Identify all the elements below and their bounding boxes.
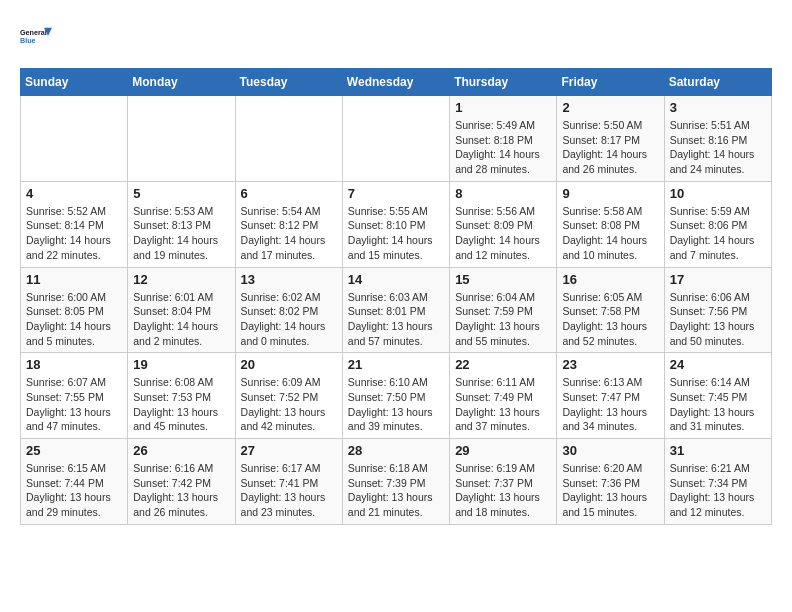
day-info: Sunrise: 5:54 AM Sunset: 8:12 PM Dayligh…	[241, 204, 337, 263]
calendar-cell: 31Sunrise: 6:21 AM Sunset: 7:34 PM Dayli…	[664, 439, 771, 525]
calendar-cell	[128, 96, 235, 182]
calendar-cell: 18Sunrise: 6:07 AM Sunset: 7:55 PM Dayli…	[21, 353, 128, 439]
day-number: 26	[133, 443, 229, 458]
day-info: Sunrise: 5:51 AM Sunset: 8:16 PM Dayligh…	[670, 118, 766, 177]
calendar-cell: 3Sunrise: 5:51 AM Sunset: 8:16 PM Daylig…	[664, 96, 771, 182]
calendar-cell: 22Sunrise: 6:11 AM Sunset: 7:49 PM Dayli…	[450, 353, 557, 439]
calendar-cell: 21Sunrise: 6:10 AM Sunset: 7:50 PM Dayli…	[342, 353, 449, 439]
calendar-cell: 30Sunrise: 6:20 AM Sunset: 7:36 PM Dayli…	[557, 439, 664, 525]
day-info: Sunrise: 6:00 AM Sunset: 8:05 PM Dayligh…	[26, 290, 122, 349]
weekday-header-row: SundayMondayTuesdayWednesdayThursdayFrid…	[21, 69, 772, 96]
day-info: Sunrise: 6:17 AM Sunset: 7:41 PM Dayligh…	[241, 461, 337, 520]
day-info: Sunrise: 5:56 AM Sunset: 8:09 PM Dayligh…	[455, 204, 551, 263]
day-info: Sunrise: 6:01 AM Sunset: 8:04 PM Dayligh…	[133, 290, 229, 349]
day-info: Sunrise: 5:50 AM Sunset: 8:17 PM Dayligh…	[562, 118, 658, 177]
calendar-cell: 27Sunrise: 6:17 AM Sunset: 7:41 PM Dayli…	[235, 439, 342, 525]
day-number: 17	[670, 272, 766, 287]
calendar-cell: 13Sunrise: 6:02 AM Sunset: 8:02 PM Dayli…	[235, 267, 342, 353]
day-number: 9	[562, 186, 658, 201]
day-number: 3	[670, 100, 766, 115]
day-info: Sunrise: 6:18 AM Sunset: 7:39 PM Dayligh…	[348, 461, 444, 520]
day-info: Sunrise: 6:08 AM Sunset: 7:53 PM Dayligh…	[133, 375, 229, 434]
calendar-table: SundayMondayTuesdayWednesdayThursdayFrid…	[20, 68, 772, 525]
day-number: 4	[26, 186, 122, 201]
day-number: 23	[562, 357, 658, 372]
calendar-cell: 15Sunrise: 6:04 AM Sunset: 7:59 PM Dayli…	[450, 267, 557, 353]
calendar-week-row: 25Sunrise: 6:15 AM Sunset: 7:44 PM Dayli…	[21, 439, 772, 525]
calendar-week-row: 11Sunrise: 6:00 AM Sunset: 8:05 PM Dayli…	[21, 267, 772, 353]
day-info: Sunrise: 6:13 AM Sunset: 7:47 PM Dayligh…	[562, 375, 658, 434]
day-number: 5	[133, 186, 229, 201]
day-info: Sunrise: 6:04 AM Sunset: 7:59 PM Dayligh…	[455, 290, 551, 349]
day-number: 30	[562, 443, 658, 458]
calendar-cell: 26Sunrise: 6:16 AM Sunset: 7:42 PM Dayli…	[128, 439, 235, 525]
calendar-cell: 16Sunrise: 6:05 AM Sunset: 7:58 PM Dayli…	[557, 267, 664, 353]
day-info: Sunrise: 5:52 AM Sunset: 8:14 PM Dayligh…	[26, 204, 122, 263]
day-number: 27	[241, 443, 337, 458]
day-info: Sunrise: 5:59 AM Sunset: 8:06 PM Dayligh…	[670, 204, 766, 263]
day-info: Sunrise: 6:06 AM Sunset: 7:56 PM Dayligh…	[670, 290, 766, 349]
calendar-cell	[235, 96, 342, 182]
calendar-week-row: 4Sunrise: 5:52 AM Sunset: 8:14 PM Daylig…	[21, 181, 772, 267]
logo-icon: GeneralBlue	[20, 20, 52, 52]
day-number: 19	[133, 357, 229, 372]
day-number: 28	[348, 443, 444, 458]
day-info: Sunrise: 6:09 AM Sunset: 7:52 PM Dayligh…	[241, 375, 337, 434]
day-info: Sunrise: 6:10 AM Sunset: 7:50 PM Dayligh…	[348, 375, 444, 434]
weekday-header: Monday	[128, 69, 235, 96]
day-number: 8	[455, 186, 551, 201]
weekday-header: Tuesday	[235, 69, 342, 96]
calendar-cell: 4Sunrise: 5:52 AM Sunset: 8:14 PM Daylig…	[21, 181, 128, 267]
day-info: Sunrise: 6:19 AM Sunset: 7:37 PM Dayligh…	[455, 461, 551, 520]
day-number: 21	[348, 357, 444, 372]
calendar-cell	[342, 96, 449, 182]
weekday-header: Friday	[557, 69, 664, 96]
calendar-cell: 12Sunrise: 6:01 AM Sunset: 8:04 PM Dayli…	[128, 267, 235, 353]
day-info: Sunrise: 6:15 AM Sunset: 7:44 PM Dayligh…	[26, 461, 122, 520]
calendar-cell	[21, 96, 128, 182]
calendar-cell: 1Sunrise: 5:49 AM Sunset: 8:18 PM Daylig…	[450, 96, 557, 182]
day-number: 20	[241, 357, 337, 372]
day-info: Sunrise: 5:53 AM Sunset: 8:13 PM Dayligh…	[133, 204, 229, 263]
calendar-cell: 17Sunrise: 6:06 AM Sunset: 7:56 PM Dayli…	[664, 267, 771, 353]
calendar-cell: 23Sunrise: 6:13 AM Sunset: 7:47 PM Dayli…	[557, 353, 664, 439]
calendar-cell: 19Sunrise: 6:08 AM Sunset: 7:53 PM Dayli…	[128, 353, 235, 439]
day-info: Sunrise: 6:14 AM Sunset: 7:45 PM Dayligh…	[670, 375, 766, 434]
day-number: 14	[348, 272, 444, 287]
weekday-header: Wednesday	[342, 69, 449, 96]
day-info: Sunrise: 6:20 AM Sunset: 7:36 PM Dayligh…	[562, 461, 658, 520]
day-info: Sunrise: 6:16 AM Sunset: 7:42 PM Dayligh…	[133, 461, 229, 520]
day-number: 13	[241, 272, 337, 287]
day-number: 12	[133, 272, 229, 287]
day-number: 22	[455, 357, 551, 372]
calendar-cell: 7Sunrise: 5:55 AM Sunset: 8:10 PM Daylig…	[342, 181, 449, 267]
day-info: Sunrise: 6:11 AM Sunset: 7:49 PM Dayligh…	[455, 375, 551, 434]
day-info: Sunrise: 6:07 AM Sunset: 7:55 PM Dayligh…	[26, 375, 122, 434]
calendar-cell: 5Sunrise: 5:53 AM Sunset: 8:13 PM Daylig…	[128, 181, 235, 267]
day-number: 11	[26, 272, 122, 287]
day-number: 18	[26, 357, 122, 372]
svg-text:Blue: Blue	[20, 36, 36, 45]
calendar-cell: 20Sunrise: 6:09 AM Sunset: 7:52 PM Dayli…	[235, 353, 342, 439]
day-number: 10	[670, 186, 766, 201]
weekday-header: Saturday	[664, 69, 771, 96]
logo: GeneralBlue	[20, 20, 52, 52]
day-number: 16	[562, 272, 658, 287]
day-number: 6	[241, 186, 337, 201]
day-number: 1	[455, 100, 551, 115]
page-header: GeneralBlue	[20, 20, 772, 52]
day-info: Sunrise: 6:21 AM Sunset: 7:34 PM Dayligh…	[670, 461, 766, 520]
calendar-cell: 6Sunrise: 5:54 AM Sunset: 8:12 PM Daylig…	[235, 181, 342, 267]
calendar-week-row: 18Sunrise: 6:07 AM Sunset: 7:55 PM Dayli…	[21, 353, 772, 439]
calendar-cell: 25Sunrise: 6:15 AM Sunset: 7:44 PM Dayli…	[21, 439, 128, 525]
calendar-cell: 8Sunrise: 5:56 AM Sunset: 8:09 PM Daylig…	[450, 181, 557, 267]
day-info: Sunrise: 6:03 AM Sunset: 8:01 PM Dayligh…	[348, 290, 444, 349]
calendar-cell: 10Sunrise: 5:59 AM Sunset: 8:06 PM Dayli…	[664, 181, 771, 267]
weekday-header: Sunday	[21, 69, 128, 96]
calendar-cell: 9Sunrise: 5:58 AM Sunset: 8:08 PM Daylig…	[557, 181, 664, 267]
calendar-cell: 29Sunrise: 6:19 AM Sunset: 7:37 PM Dayli…	[450, 439, 557, 525]
day-info: Sunrise: 5:55 AM Sunset: 8:10 PM Dayligh…	[348, 204, 444, 263]
day-number: 31	[670, 443, 766, 458]
day-info: Sunrise: 5:58 AM Sunset: 8:08 PM Dayligh…	[562, 204, 658, 263]
calendar-cell: 24Sunrise: 6:14 AM Sunset: 7:45 PM Dayli…	[664, 353, 771, 439]
